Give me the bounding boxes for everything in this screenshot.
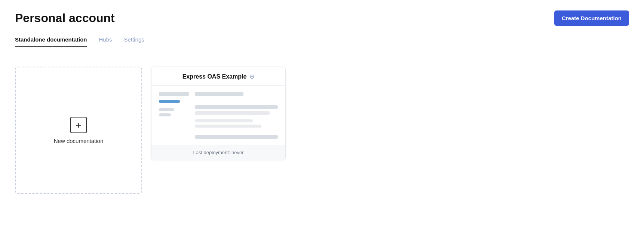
skeleton-bar — [195, 119, 253, 122]
skeleton-bar — [195, 125, 261, 128]
skeleton-bar — [159, 108, 174, 111]
skeleton-bar — [195, 135, 278, 139]
doc-card-header: Express OAS Example ⊕ — [151, 67, 285, 86]
tab-bar: Standalone documentation Hubs Settings — [15, 36, 629, 47]
create-documentation-button[interactable]: Create Documentation — [554, 10, 629, 26]
skeleton-bar-blue — [159, 100, 180, 103]
skeleton-bar — [195, 92, 243, 96]
new-documentation-label: New documentation — [54, 138, 104, 144]
page-header: Personal account Create Documentation — [15, 10, 629, 26]
doc-card-body — [151, 86, 285, 145]
skeleton-bar — [159, 113, 171, 116]
doc-card-express-oas[interactable]: Express OAS Example ⊕ — [151, 67, 286, 160]
skeleton-bar — [195, 105, 278, 109]
plus-icon: + — [70, 117, 87, 133]
doc-card-title: Express OAS Example — [183, 73, 247, 80]
new-documentation-card[interactable]: + New documentation — [15, 67, 142, 194]
doc-card-footer: Last deployment: never — [151, 145, 285, 160]
globe-icon: ⊕ — [249, 73, 254, 80]
skeleton-bar — [195, 111, 270, 115]
content-area: + New documentation Express OAS Example … — [15, 59, 629, 201]
doc-card-left-skeletons — [159, 92, 189, 139]
page-wrapper: Personal account Create Documentation St… — [0, 0, 644, 216]
tab-standalone-documentation[interactable]: Standalone documentation — [15, 36, 87, 47]
tab-hubs[interactable]: Hubs — [99, 36, 112, 47]
page-title: Personal account — [15, 11, 115, 25]
skeleton-bar — [159, 92, 189, 96]
doc-card-right-skeletons — [195, 92, 278, 139]
tab-settings[interactable]: Settings — [124, 36, 144, 47]
